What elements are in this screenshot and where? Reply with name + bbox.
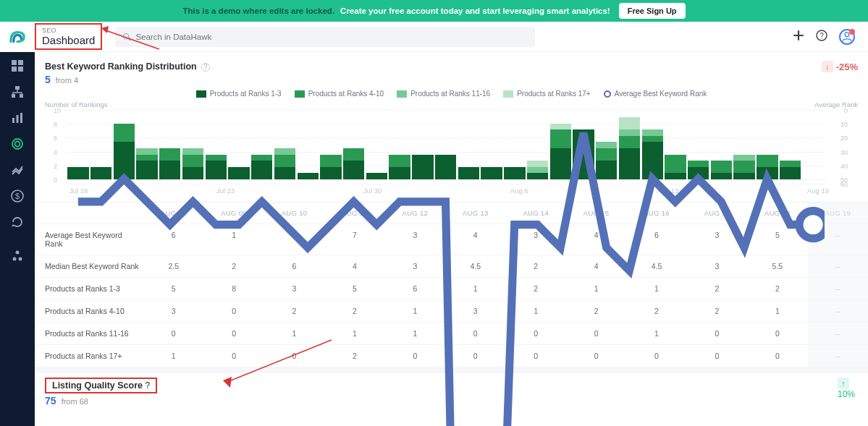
bar[interactable] — [251, 155, 272, 179]
demo-banner: This is a demo where edits are locked. C… — [0, 0, 868, 22]
legend-item[interactable]: Products at Ranks 17+ — [503, 90, 590, 98]
table-cell: 2 — [566, 300, 626, 323]
table-cell: 2 — [505, 278, 565, 300]
bar[interactable] — [780, 161, 801, 179]
bar[interactable] — [665, 155, 686, 179]
bar[interactable] — [412, 155, 433, 179]
bar[interactable] — [228, 167, 249, 179]
svg-point-17 — [12, 139, 22, 149]
nav-settings-icon[interactable] — [11, 249, 24, 262]
svg-marker-27 — [223, 377, 232, 388]
help-icon[interactable]: ? — [145, 380, 150, 391]
search-container — [115, 27, 535, 47]
bar[interactable] — [711, 161, 732, 179]
row-header: Average Best Keyword Rank — [35, 224, 143, 255]
bar[interactable] — [504, 167, 525, 179]
bar[interactable] — [757, 155, 778, 179]
svg-rect-9 — [12, 67, 17, 72]
table-cell: 4.5 — [445, 255, 505, 278]
legend-item[interactable]: Products at Ranks 1-3 — [196, 90, 282, 98]
bar[interactable] — [136, 148, 157, 179]
card1-title: Best Keyword Ranking Distribution — [45, 61, 197, 72]
bar[interactable] — [67, 167, 88, 179]
bar[interactable] — [573, 129, 594, 179]
legend-item[interactable]: Products at Ranks 11-16 — [397, 90, 490, 98]
table-cell: 1 — [505, 300, 565, 323]
free-signup-button[interactable]: Free Sign Up — [619, 3, 686, 19]
bar[interactable] — [298, 173, 319, 179]
column-header: AUG 16 — [626, 203, 686, 224]
help-icon[interactable]: ? — [201, 63, 210, 72]
table-cell: 2 — [747, 278, 807, 300]
table-cell: 1 — [626, 323, 686, 345]
search-box[interactable] — [115, 27, 535, 47]
table-cell: 1 — [385, 323, 445, 345]
table-cell: 6 — [385, 278, 445, 300]
app-header: SEO Dashboard ? — [0, 22, 868, 52]
legend-item[interactable]: Products at Ranks 4-10 — [295, 90, 384, 98]
svg-point-24 — [16, 251, 20, 255]
table-cell: 1 — [203, 224, 264, 255]
nav-target-icon[interactable] — [11, 137, 24, 150]
bar[interactable] — [389, 155, 410, 179]
bar[interactable] — [619, 117, 640, 179]
bar[interactable] — [114, 124, 135, 179]
column-header: AUG 17 — [687, 203, 747, 224]
card1-delta: ↓ -25% — [822, 61, 858, 72]
svg-line-3 — [129, 38, 131, 41]
card1-summary: 5 from 4 — [35, 74, 868, 88]
bar[interactable] — [458, 167, 479, 179]
table-cell: 0 — [566, 323, 626, 345]
table-cell: 7 — [324, 224, 384, 255]
table-cell: 3 — [505, 224, 565, 255]
bar[interactable] — [688, 161, 709, 179]
bar[interactable] — [343, 148, 364, 179]
bar[interactable] — [90, 167, 111, 179]
bar[interactable] — [435, 155, 456, 179]
bar[interactable] — [274, 148, 295, 179]
table-cell: 2 — [264, 300, 324, 323]
help-icon[interactable]: ? — [816, 30, 827, 43]
bar[interactable] — [481, 167, 502, 179]
nav-analytics-icon[interactable] — [11, 111, 24, 124]
nav-hierarchy-icon[interactable] — [11, 85, 24, 98]
svg-point-23 — [19, 257, 22, 261]
legend-item[interactable]: Average Best Keyword Rank — [604, 90, 707, 98]
table-cell: 5 — [324, 278, 384, 300]
bar[interactable] — [159, 148, 180, 179]
search-input[interactable] — [135, 33, 528, 41]
table-cell: 2 — [687, 278, 747, 300]
arrow-up-icon: ↑ — [838, 378, 849, 389]
y-right-label: Average Rank — [814, 101, 858, 108]
table-cell: 0 — [505, 345, 565, 367]
bar[interactable] — [206, 155, 227, 179]
nav-refresh-icon[interactable] — [11, 216, 24, 229]
breadcrumb: SEO — [42, 27, 95, 34]
add-icon[interactable] — [793, 30, 804, 43]
card2-summary: 75 from 68 — [35, 395, 868, 409]
bar[interactable] — [527, 161, 548, 179]
svg-point-2 — [124, 33, 130, 39]
nav-finance-icon[interactable]: $ — [11, 189, 24, 203]
avatar[interactable] — [839, 29, 855, 45]
bar[interactable] — [550, 124, 571, 179]
bar[interactable] — [733, 155, 754, 179]
svg-rect-10 — [18, 67, 23, 72]
svg-point-22 — [13, 257, 17, 261]
table-cell: 6 — [264, 224, 324, 255]
bar[interactable] — [366, 173, 387, 179]
bar[interactable] — [642, 129, 663, 179]
nav-trends-icon[interactable] — [11, 163, 24, 176]
svg-rect-12 — [12, 94, 15, 98]
table-cell: -- — [808, 278, 868, 300]
bar[interactable] — [320, 155, 341, 179]
logo — [0, 27, 35, 46]
nav-dashboard-icon[interactable] — [11, 59, 24, 72]
bar[interactable] — [596, 142, 617, 179]
bar[interactable] — [182, 148, 203, 179]
column-header: AUG 13 — [445, 203, 505, 224]
svg-rect-14 — [12, 118, 14, 123]
table-cell: 5 — [747, 224, 807, 255]
table-cell: 0 — [264, 345, 324, 367]
table-cell: 3 — [687, 224, 747, 255]
